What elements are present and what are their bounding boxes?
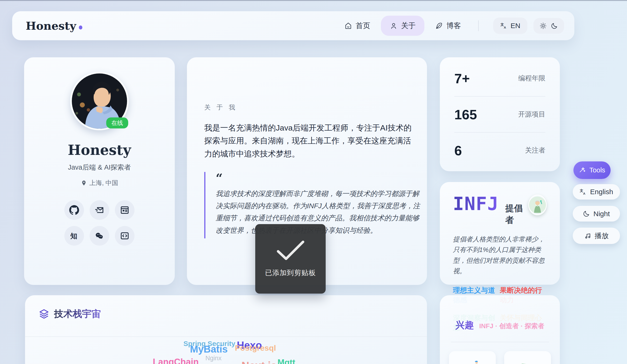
logo-text: Honesty <box>26 19 76 32</box>
music-label: 播放 <box>595 231 609 241</box>
stat-label: 开源项目 <box>518 110 545 119</box>
personality-type: INFJ <box>453 195 499 213</box>
tools-label: Tools <box>589 166 605 174</box>
stat-value: 165 <box>454 107 477 122</box>
cyclist-icon <box>462 357 482 364</box>
wizard-illustration <box>529 195 546 214</box>
home-icon <box>344 22 352 30</box>
tech-word[interactable]: Mqtt <box>277 358 295 364</box>
theme-floating-button[interactable]: Night <box>573 206 620 221</box>
profile-location-text: 上海, 中国 <box>89 179 118 187</box>
tech-word[interactable]: Next.js <box>241 360 277 364</box>
stat-value: 7+ <box>454 71 470 86</box>
svg-text:文: 文 <box>500 22 504 26</box>
tech-word[interactable]: Postgresql <box>235 344 276 352</box>
toast-message: 已添加到剪贴板 <box>265 268 316 278</box>
interests-card: 兴趣 INFJ · 创造者 · 探索者 <box>440 295 560 364</box>
svg-text:A: A <box>583 192 585 195</box>
social-link-wechat[interactable] <box>90 226 109 246</box>
interest-tiles <box>440 351 560 364</box>
svg-text:知: 知 <box>70 232 77 240</box>
zhihu-icon: 知 <box>69 231 79 241</box>
interests-title: 兴趣 <box>455 319 474 331</box>
tech-word[interactable]: LangChain <box>153 358 199 364</box>
interest-tile-books[interactable] <box>504 351 551 364</box>
personality-header: INFJ 提倡者 <box>453 195 547 226</box>
language-floating-button[interactable]: 文AEnglish <box>573 184 620 200</box>
stats-list: 7+编程年限165开源项目6关注者 <box>454 61 545 168</box>
svg-text:A: A <box>504 26 506 29</box>
wand-icon <box>579 166 586 174</box>
stat-row: 7+编程年限 <box>454 61 545 97</box>
nav-item-label: 关于 <box>401 21 416 31</box>
quote-mark-icon: “ <box>216 173 411 184</box>
stat-row: 165开源项目 <box>454 97 545 133</box>
nav-item-about[interactable]: 关于 <box>381 16 424 36</box>
translate-icon: 文A <box>579 188 587 196</box>
code-icon <box>120 231 130 241</box>
social-link-zhihu[interactable]: 知 <box>64 226 84 246</box>
profile-location: 上海, 中国 <box>24 179 175 187</box>
moon-icon <box>551 22 558 29</box>
nav-item-blog[interactable]: 博客 <box>426 16 470 36</box>
blog-icon <box>120 205 130 215</box>
svg-text:文: 文 <box>580 189 583 192</box>
profile-card: 在线 Honesty Java后端 & AI探索者 上海, 中国 知 <box>24 57 175 285</box>
interests-subtitle: INFJ · 创造者 · 探索者 <box>479 322 544 331</box>
stat-value: 6 <box>454 143 462 158</box>
language-label: English <box>590 188 613 196</box>
about-bio-text: 我是一名充满热情的Java后端开发工程师，专注于AI技术的探索与应用。来自湖南，… <box>204 121 417 160</box>
social-links: 知 <box>24 200 175 246</box>
social-link-github[interactable] <box>64 200 84 220</box>
translate-icon: 文A <box>500 22 508 29</box>
stat-label: 关注者 <box>525 146 545 155</box>
tech-word[interactable]: MyBatis <box>190 344 228 354</box>
stat-label: 编程年限 <box>518 74 545 83</box>
logo[interactable]: Honesty <box>26 19 82 32</box>
books-icon <box>518 357 538 364</box>
interest-tile-cyclist[interactable] <box>449 351 496 364</box>
main-nav: 首页关于博客 <box>334 16 470 36</box>
language-toggle-button[interactable]: 文A EN <box>493 18 527 34</box>
stat-row: 6关注者 <box>454 133 545 168</box>
tech-stack-card: 技术栈宇宙 Spring SecurityMyBatisHexoPostgres… <box>25 295 427 364</box>
profile-subtitle: Java后端 & AI探索者 <box>24 163 175 172</box>
interests-header: 兴趣 INFJ · 创造者 · 探索者 <box>440 319 560 331</box>
online-status-badge: 在线 <box>106 117 128 128</box>
clipboard-toast: 已添加到剪贴板 <box>255 224 326 294</box>
moon-icon <box>583 210 590 217</box>
tools-floating-button[interactable]: Tools <box>574 161 611 179</box>
music-floating-button[interactable]: 播放 <box>573 228 620 244</box>
about-section-label: 关 于 我 <box>204 103 411 111</box>
personality-avatar <box>528 195 547 215</box>
theme-toggle-button[interactable] <box>533 18 564 34</box>
tech-word-cloud: Spring SecurityMyBatisHexoPostgresqlNgin… <box>25 295 427 364</box>
personality-card: INFJ 提倡者 提倡者人格类型的人非常稀少，只有不到1%的人口属于这种类型，但… <box>440 182 560 285</box>
avatar-wrap: 在线 <box>70 72 129 130</box>
music-icon <box>584 232 591 240</box>
language-toggle-label: EN <box>511 22 520 30</box>
nav-item-label: 博客 <box>446 21 461 31</box>
personality-description: 提倡者人格类型的人非常稀少，只有不到1%的人口属于这种类型，但他们对世界的贡献不… <box>453 234 547 276</box>
user-icon <box>390 22 398 30</box>
nav-item-home[interactable]: 首页 <box>335 16 379 36</box>
social-link-mail[interactable] <box>90 200 109 220</box>
theme-label: Night <box>593 210 610 218</box>
sun-icon <box>539 22 547 29</box>
location-pin-icon <box>81 180 87 186</box>
github-icon <box>69 205 79 215</box>
interests-divider <box>451 342 549 342</box>
social-link-blog[interactable] <box>115 200 135 220</box>
wechat-icon <box>95 231 104 241</box>
stats-card: 7+编程年限165开源项目6关注者 <box>440 57 560 171</box>
feather-icon <box>435 22 443 30</box>
tech-word[interactable]: Nginx <box>206 355 221 362</box>
personality-role: 提倡者 <box>505 203 528 226</box>
header: Honesty 首页关于博客 文A EN <box>12 11 574 40</box>
social-link-code[interactable] <box>115 226 135 246</box>
logo-dot <box>79 25 82 29</box>
check-icon <box>276 239 306 261</box>
nav-item-label: 首页 <box>356 21 370 31</box>
nav-divider <box>478 20 479 31</box>
mail-icon <box>95 205 104 215</box>
